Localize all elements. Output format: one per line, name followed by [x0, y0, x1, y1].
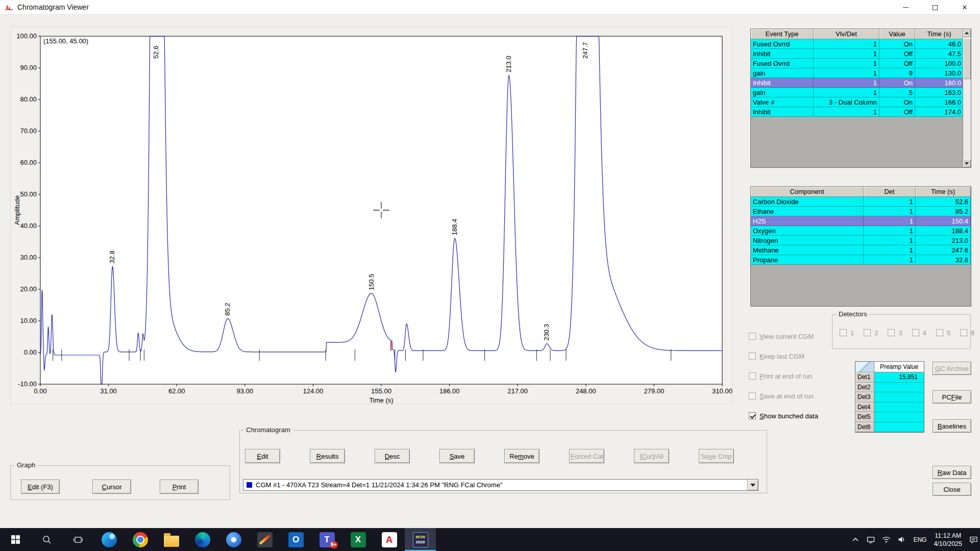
table-cell[interactable]: 1 — [814, 78, 879, 88]
table-cell[interactable]: 1 — [814, 107, 879, 117]
table-cell[interactable]: Propane — [751, 255, 864, 265]
table-cell[interactable]: Off — [879, 59, 915, 68]
table-cell[interactable]: 174.0 — [915, 107, 964, 117]
taskbar-app-jabber[interactable] — [218, 528, 249, 551]
graph-print-button[interactable]: Print — [160, 480, 199, 494]
component-table-row[interactable]: Oxygen 1 188.4 — [751, 226, 971, 236]
table-cell[interactable]: 85.2 — [916, 207, 971, 216]
event-table-row[interactable]: Fused Ovrrd 1 On 46.0 — [751, 39, 963, 49]
table-cell[interactable]: 52.6 — [916, 197, 971, 207]
table-cell[interactable]: 1 — [864, 207, 916, 216]
table-cell[interactable]: 1 — [864, 245, 916, 255]
event-table-row[interactable]: gain 1 5 163.0 — [751, 88, 963, 97]
table-cell[interactable]: Off — [879, 49, 915, 59]
tray-volume-icon[interactable] — [898, 536, 906, 543]
table-cell[interactable]: 130.0 — [915, 68, 964, 78]
table-cell[interactable]: 3 - Dual Column — [814, 97, 879, 107]
taskbar-app-file-explorer[interactable] — [156, 528, 187, 551]
chromatogram-plot[interactable]: 100.0090.0080.0070.0060.0050.0040.0030.0… — [11, 27, 732, 404]
taskbar-clock[interactable]: 11:12 AM 4/10/2025 — [934, 532, 962, 548]
table-cell[interactable]: On — [879, 97, 915, 107]
table-cell[interactable]: Ethane — [751, 207, 864, 216]
table-cell[interactable]: 1 — [814, 39, 879, 49]
chromatogram-combobox[interactable]: CGM #1 - 470XA T23 Stream=4 Det=1 11/21/… — [243, 479, 758, 491]
notification-center-icon[interactable] — [969, 536, 978, 544]
option-checkbox[interactable]: Keep last CGM — [749, 352, 856, 361]
table-cell[interactable]: 1 — [864, 255, 916, 265]
component-table-row[interactable]: Carbon Dioxide 1 52.6 — [751, 197, 971, 207]
event-table-row[interactable]: Inhibit 1 Off 174.0 — [751, 107, 963, 117]
checkbox-box-icon[interactable] — [749, 372, 756, 380]
taskbar-app-edge[interactable] — [93, 528, 125, 551]
checkbox-box-icon[interactable] — [749, 353, 756, 360]
table-cell[interactable]: Nitrogen — [751, 236, 864, 245]
table-cell[interactable]: Oxygen — [751, 226, 864, 236]
tray-network-icon[interactable] — [882, 536, 891, 543]
table-cell[interactable]: 1 — [814, 49, 879, 59]
table-cell[interactable]: Inhibit — [751, 78, 814, 88]
tray-chevron-up-icon[interactable] — [851, 536, 860, 543]
table-cell[interactable]: 1 — [814, 68, 879, 78]
table-cell[interactable]: 1 — [814, 59, 879, 68]
close-dialog-button[interactable]: Close — [933, 483, 971, 496]
table-cell[interactable]: 1 — [864, 236, 916, 245]
component-table-row[interactable]: Ethane 1 85.2 — [751, 207, 971, 216]
results-button[interactable]: Results — [310, 449, 345, 463]
remove-button[interactable]: Remove — [504, 449, 540, 463]
table-cell[interactable]: Fused Ovrrd — [751, 39, 814, 49]
table-cell[interactable]: 188.4 — [916, 226, 971, 236]
table-cell[interactable]: Carbon Dioxide — [751, 197, 864, 207]
taskbar-app-teams[interactable]: 9+ — [311, 528, 342, 551]
table-cell[interactable]: Inhibit — [751, 107, 814, 117]
table-cell[interactable]: 213.0 — [916, 236, 971, 245]
component-table-row[interactable]: Methane 1 247.6 — [751, 245, 971, 255]
event-table-row[interactable]: Fused Ovrrd 1 Off 100.0 — [751, 59, 963, 68]
option-checkbox[interactable]: Show bunched data — [749, 411, 856, 420]
component-table-row[interactable]: Propane 1 32.8 — [751, 255, 971, 265]
checkbox-box-icon[interactable] — [749, 333, 756, 340]
table-cell[interactable]: 32.8 — [916, 255, 971, 265]
taskbar-app-mon2020[interactable]: MON 2020 — [405, 528, 436, 551]
checkbox-box-icon[interactable] — [749, 412, 756, 419]
table-cell[interactable]: Off — [879, 107, 915, 117]
table-cell[interactable]: gain — [751, 68, 814, 78]
start-button[interactable] — [0, 528, 31, 551]
event-table-scrollbar[interactable] — [963, 29, 971, 167]
table-cell[interactable]: On — [879, 39, 915, 49]
table-cell[interactable]: Valve # — [751, 97, 814, 107]
edit-button[interactable]: Edit — [245, 449, 280, 463]
table-cell[interactable]: 150.4 — [916, 216, 971, 226]
table-cell[interactable]: Methane — [751, 245, 864, 255]
event-table-row[interactable]: Inhibit 1 Off 47.5 — [751, 49, 963, 59]
checkbox-box-icon[interactable] — [749, 392, 756, 399]
table-cell[interactable]: 47.5 — [915, 49, 964, 59]
scroll-down-button[interactable] — [963, 159, 971, 167]
search-button[interactable] — [31, 528, 62, 551]
table-cell[interactable]: 5 — [879, 88, 915, 97]
table-cell[interactable]: 1 — [864, 226, 916, 236]
taskbar-app-pen-tool[interactable] — [249, 528, 280, 551]
table-cell[interactable]: H2S — [751, 216, 864, 226]
table-cell[interactable]: 163.0 — [915, 88, 964, 97]
table-cell[interactable]: 100.0 — [915, 59, 964, 68]
event-table-row[interactable]: gain 1 9 130.0 — [751, 68, 963, 78]
taskbar-app-acrobat[interactable] — [374, 528, 405, 551]
scroll-up-button[interactable] — [963, 29, 971, 37]
maximize-button[interactable] — [923, 0, 947, 15]
scrollbar-thumb[interactable] — [963, 38, 971, 79]
table-cell[interactable]: 9 — [879, 68, 915, 78]
graph-cursor-button[interactable]: Cursor — [92, 480, 131, 494]
component-table-row[interactable]: Nitrogen 1 213.0 — [751, 236, 971, 245]
taskbar-app-webex[interactable] — [187, 528, 218, 551]
component-table-row[interactable]: H2S 1 150.4 — [751, 216, 971, 226]
task-view-button[interactable] — [62, 528, 93, 551]
table-cell[interactable]: 1 — [814, 88, 879, 97]
table-cell[interactable]: 1 — [864, 197, 916, 207]
option-checkbox[interactable]: Print at end of run — [749, 371, 856, 381]
table-cell[interactable]: gain — [751, 88, 814, 97]
option-checkbox[interactable]: Save at end of run — [749, 391, 856, 400]
language-indicator[interactable]: ENG — [913, 536, 926, 543]
event-table-row[interactable]: Inhibit 1 On 160.0 — [751, 78, 963, 88]
baselines-button[interactable]: Baselines — [933, 419, 971, 433]
tray-monitor-icon[interactable] — [867, 536, 875, 544]
